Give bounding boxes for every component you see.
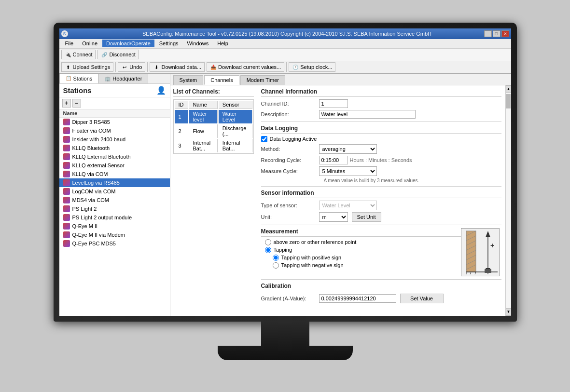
station-icon [63,179,70,186]
tab-system[interactable]: System [173,75,204,85]
clock-icon: 🕐 [292,64,299,70]
station-item[interactable]: Q-Eye M II [59,222,170,230]
description-label: Description: [261,111,319,117]
gradient-row: Gradient (A-Value): Set Value [261,294,501,303]
remove-station-button[interactable]: − [72,99,81,108]
svg-rect-18 [485,269,491,273]
disconnect-button[interactable]: 🔗 Disconnect [97,50,139,59]
download-current-label: Download current values... [218,64,281,70]
vertical-scrollbar[interactable]: ▲ ▼ [505,85,511,316]
radio-tapping-positive-label: Tapping with positive sign [281,255,342,260]
channel-cell-name: Water level [189,110,218,123]
undo-icon: ↩ [121,64,128,70]
station-name: KLLQ Bluetooth [72,145,110,151]
station-icon [63,145,70,151]
station-item[interactable]: KLLQ External Bluetooth [59,152,170,161]
channels-list-title: List of Channels: [173,88,254,97]
disconnect-icon: 🔗 [101,51,108,58]
channel-cell-id: 2 [175,124,188,138]
undo-button[interactable]: ↩ Undo [118,62,145,72]
setup-clock-label: Setup clock... [300,64,332,70]
measure-cycle-label: Measure Cycle: [261,168,319,174]
set-unit-button[interactable]: Set Unit [352,212,381,222]
station-name: KLLQ via COM [72,171,108,177]
station-item[interactable]: KLLQ via COM [59,170,170,178]
channel-id-row: Channel ID: [261,99,501,108]
menu-online[interactable]: Online [78,40,101,47]
measurement-svg: + [461,229,500,277]
channel-row[interactable]: 3Internal Bat...Internal Bat... [175,139,252,152]
download-current-button[interactable]: 📥 Download current values... [207,62,284,72]
station-name: Q-Eye PSC MDS5 [72,241,116,246]
station-item[interactable]: LogCOM via COM [59,187,170,196]
divider-4 [261,279,501,280]
channel-id-input[interactable] [319,99,348,108]
menu-windows[interactable]: Windows [183,40,213,47]
channel-row[interactable]: 2FlowDischarge (... [175,124,252,138]
station-item[interactable]: Dipper 3 RS485 [59,118,170,126]
station-item[interactable]: Insider with 2400 baud [59,135,170,144]
menu-download-operate[interactable]: Download/Operate [102,40,154,47]
menu-help[interactable]: Help [213,40,232,47]
person-icon: 👤 [156,86,166,95]
sensor-type-select[interactable]: Water Level [319,201,377,210]
channel-id-label: Channel ID: [261,101,319,107]
radio-tapping-negative[interactable] [273,262,279,269]
connect-button[interactable]: 🔌 Connect [61,50,96,59]
radio-tapping-positive[interactable] [273,255,279,261]
scroll-thumb[interactable] [506,94,511,108]
tab-modem-timer[interactable]: Modem Timer [240,75,285,85]
station-item[interactable]: PS Light 2 output module [59,213,170,222]
tab-channels[interactable]: Channels [204,75,239,85]
radio-above-zero[interactable] [265,239,271,245]
station-item[interactable]: Q-Eye M II via Modem [59,230,170,239]
add-station-button[interactable]: + [62,99,71,108]
radio-tapping[interactable] [265,247,271,253]
channel-detail-section: Channel information Channel ID: Descript… [257,85,505,316]
station-item[interactable]: KLLQ Bluetooth [59,144,170,152]
description-input[interactable] [319,110,416,119]
gradient-input[interactable] [319,294,396,303]
set-value-button[interactable]: Set Value [400,294,444,303]
measure-cycle-select[interactable]: 1 Minute 2 Minutes 5 Minutes 10 Minutes [319,166,377,176]
station-item[interactable]: Q-Eye PSC MDS5 [59,239,170,248]
station-item[interactable]: PS Light 2 [59,204,170,213]
col-name: Name [189,101,218,109]
scroll-down-button[interactable]: ▼ [506,308,511,316]
scroll-up-button[interactable]: ▲ [506,85,511,93]
time-hint: Hours : Minutes : Seconds [350,157,412,163]
station-icon [63,162,70,169]
station-icon [63,197,70,203]
station-item[interactable]: KLLQ external Sensor [59,161,170,170]
data-logging-checkbox[interactable] [261,136,267,142]
station-item[interactable]: MDS4 via COM [59,196,170,204]
method-select[interactable]: averaging instantaneous minimum maximum [319,144,377,154]
unit-select[interactable]: m cm ft [319,212,348,222]
channels-panel: List of Channels: ID Name Sensor 1Wat [170,85,511,316]
setup-clock-button[interactable]: 🕐 Setup clock... [289,62,335,72]
menu-settings[interactable]: Settings [155,40,182,47]
recording-cycle-input[interactable] [319,156,348,164]
upload-settings-button[interactable]: ⬆ Upload Settings [61,62,114,72]
sidebar-tabs: 📋 Stations 🏢 Headquarter [59,74,170,84]
minimize-button[interactable]: — [484,30,492,37]
stations-tab-icon: 📋 [66,76,71,81]
unit-row: Unit: m cm ft Set Unit [261,212,501,222]
station-icon [63,136,70,143]
download-data-button[interactable]: ⬇ Download data... [150,62,205,72]
channel-cell-name: Flow [189,124,218,138]
menu-file[interactable]: File [61,40,78,47]
radio-tapping-row: Tapping [261,247,461,253]
tab-stations[interactable]: 📋 Stations [59,74,99,83]
tab-headquarter[interactable]: 🏢 Headquarter [98,74,148,83]
station-name: Floater via COM [72,128,111,134]
close-button[interactable]: ✕ [501,30,509,37]
station-item[interactable]: LevelLog via RS485 [59,178,170,187]
channel-row[interactable]: 1Water levelWater Level [175,110,252,123]
station-icon [63,188,70,195]
maximize-button[interactable]: □ [493,30,500,37]
data-logging-active-label: Data Logging Active [270,136,317,142]
station-item[interactable]: Floater via COM [59,126,170,135]
stations-tab-label: Stations [73,76,93,81]
divider-2 [261,186,501,187]
